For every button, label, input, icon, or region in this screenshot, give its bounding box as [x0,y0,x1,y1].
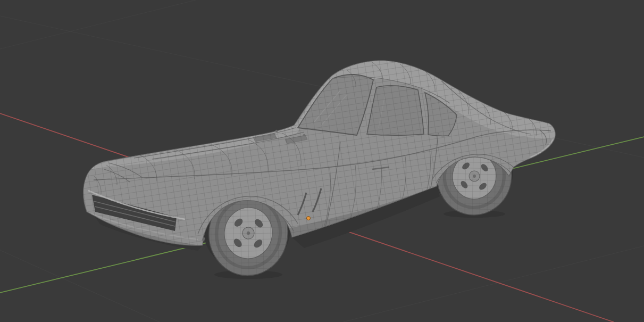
viewport-canvas [0,0,644,322]
object-origin-dot [307,217,311,220]
3d-viewport[interactable] [0,0,644,322]
